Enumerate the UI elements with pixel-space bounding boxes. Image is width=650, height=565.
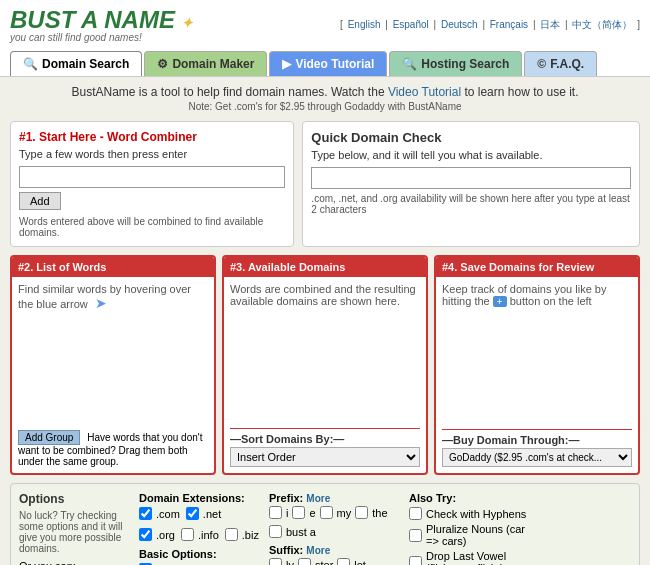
prefix-i-cb[interactable] bbox=[269, 506, 282, 519]
extensions-col: Domain Extensions: .com .net .org .info … bbox=[139, 492, 259, 565]
intro-text2: to learn how to use it. bbox=[464, 85, 578, 99]
suffix-checks: ly ster let bbox=[269, 558, 399, 565]
tab-domain-maker[interactable]: ⚙ Domain Maker bbox=[144, 51, 267, 76]
suffix-let[interactable]: let bbox=[337, 558, 366, 565]
list-of-words-body: Find similar words by hovering over the … bbox=[18, 283, 208, 311]
hyphens-cb[interactable] bbox=[409, 507, 422, 520]
ext-info[interactable]: .info bbox=[181, 528, 219, 541]
tab-hosting-search[interactable]: 🔍 Hosting Search bbox=[389, 51, 522, 76]
suffix-ster-cb[interactable] bbox=[298, 558, 311, 565]
available-domains-footer: —Sort Domains By:— Insert Order bbox=[230, 424, 420, 467]
intro-section: BustAName is a tool to help find domain … bbox=[10, 85, 640, 113]
word-combiner-panel: #1. Start Here - Word Combiner Type a fe… bbox=[10, 121, 294, 247]
word-combiner-subtitle: Type a few words then press enter bbox=[19, 148, 285, 160]
main-columns: #2. List of Words Find similar words by … bbox=[10, 255, 640, 475]
extensions-row: .com .net .org .info .biz bbox=[139, 507, 259, 543]
tab-domain-maker-label: Domain Maker bbox=[172, 57, 254, 71]
word-combiner-input[interactable] bbox=[19, 166, 285, 188]
ext-biz-checkbox[interactable] bbox=[225, 528, 238, 541]
suffix-title: Suffix: More bbox=[269, 544, 399, 556]
video-tutorial-link[interactable]: Video Tutorial bbox=[388, 85, 461, 99]
buy-label: —Buy Domain Through:— bbox=[442, 429, 632, 446]
options-title: Options bbox=[19, 492, 129, 506]
lang-japanese[interactable]: 日本 bbox=[540, 19, 560, 30]
tab-video-tutorial[interactable]: ▶ Video Tutorial bbox=[269, 51, 387, 76]
prefix-busta[interactable]: bust a bbox=[269, 525, 316, 538]
main-content: BustAName is a tool to help find domain … bbox=[0, 77, 650, 565]
list-of-words-footer: Add Group Have words that you don't want… bbox=[18, 430, 208, 467]
prefix-more-link[interactable]: More bbox=[306, 493, 330, 504]
logo: BUST A NAME ✦ bbox=[10, 6, 193, 34]
also-pluralize[interactable]: Pluralize Nouns (car => cars) bbox=[409, 523, 539, 547]
tab-domain-search[interactable]: 🔍 Domain Search bbox=[10, 51, 142, 76]
add-group-button[interactable]: Add Group bbox=[18, 430, 80, 445]
ext-info-checkbox[interactable] bbox=[181, 528, 194, 541]
prefix-suffix-col: Prefix: More i e my the bust a Suffix: M… bbox=[269, 492, 399, 565]
save-icon: + bbox=[493, 296, 507, 307]
language-bar: [ English | Español | Deutsch | Français… bbox=[340, 18, 640, 32]
word-combiner-description: Words entered above will be combined to … bbox=[19, 216, 285, 238]
drop-vowel-cb[interactable] bbox=[409, 556, 422, 566]
suffix-ly-cb[interactable] bbox=[269, 558, 282, 565]
lang-deutsch[interactable]: Deutsch bbox=[441, 19, 478, 30]
gear-icon: ⚙ bbox=[157, 57, 168, 71]
prefix-busta-cb[interactable] bbox=[269, 525, 282, 538]
suffix-ly[interactable]: ly bbox=[269, 558, 294, 565]
also-try-title: Also Try: bbox=[409, 492, 539, 504]
prefix-i[interactable]: i bbox=[269, 506, 288, 519]
prefix-my-cb[interactable] bbox=[320, 506, 333, 519]
quick-check-input[interactable] bbox=[311, 167, 631, 189]
ext-net[interactable]: .net bbox=[186, 507, 221, 520]
pluralize-cb[interactable] bbox=[409, 529, 422, 542]
prefix-the-cb[interactable] bbox=[355, 506, 368, 519]
lang-english[interactable]: English bbox=[348, 19, 381, 30]
suffix-more-link[interactable]: More bbox=[306, 545, 330, 556]
ext-net-checkbox[interactable] bbox=[186, 507, 199, 520]
tab-faq-label: F.A.Q. bbox=[550, 57, 584, 71]
available-domains-body: Words are combined and the resulting ava… bbox=[230, 283, 420, 307]
top-section: #1. Start Here - Word Combiner Type a fe… bbox=[10, 121, 640, 247]
suffix-let-cb[interactable] bbox=[337, 558, 350, 565]
lang-francais[interactable]: Français bbox=[490, 19, 528, 30]
search-icon: 🔍 bbox=[23, 57, 38, 71]
list-of-words-column: #2. List of Words Find similar words by … bbox=[10, 255, 216, 475]
options-col: Options No luck? Try checking some optio… bbox=[19, 492, 129, 565]
prefix-e-cb[interactable] bbox=[292, 506, 305, 519]
or-you-can: Or you can: bbox=[19, 560, 129, 565]
quick-check-title: Quick Domain Check bbox=[311, 130, 631, 145]
word-combiner-add-button[interactable]: Add bbox=[19, 192, 61, 210]
ext-com-checkbox[interactable] bbox=[139, 507, 152, 520]
save-domains-title: #4. Save Domains for Review bbox=[436, 257, 638, 277]
save-domains-body: Keep track of domains you like by hittin… bbox=[442, 283, 632, 307]
save-domains-footer: —Buy Domain Through:— GoDaddy ($2.95 .co… bbox=[442, 425, 632, 467]
quick-check-description: .com, .net, and .org availability will b… bbox=[311, 193, 631, 215]
tab-video-tutorial-label: Video Tutorial bbox=[295, 57, 374, 71]
faq-icon: © bbox=[537, 57, 546, 71]
options-subtitle: No luck? Try checking some options and i… bbox=[19, 510, 129, 554]
ext-org-checkbox[interactable] bbox=[139, 528, 152, 541]
also-drop-vowel[interactable]: Drop Last Vowel (flicker => flickr) bbox=[409, 550, 539, 565]
word-combiner-title: #1. Start Here - Word Combiner bbox=[19, 130, 285, 144]
tab-domain-search-label: Domain Search bbox=[42, 57, 129, 71]
sort-select[interactable]: Insert Order bbox=[230, 447, 420, 467]
lang-espanol[interactable]: Español bbox=[393, 19, 429, 30]
intro-text: BustAName is a tool to help find domain … bbox=[72, 85, 385, 99]
buy-select[interactable]: GoDaddy ($2.95 .com's at check... bbox=[442, 448, 632, 467]
list-of-words-title: #2. List of Words bbox=[12, 257, 214, 277]
suffix-ster[interactable]: ster bbox=[298, 558, 333, 565]
prefix-checks: i e my the bust a bbox=[269, 506, 399, 540]
ext-com[interactable]: .com bbox=[139, 507, 180, 520]
also-hyphens[interactable]: Check with Hyphens bbox=[409, 507, 539, 520]
ext-org[interactable]: .org bbox=[139, 528, 175, 541]
extensions-title: Domain Extensions: bbox=[139, 492, 259, 504]
ext-biz[interactable]: .biz bbox=[225, 528, 259, 541]
available-domains-title: #3. Available Domains bbox=[224, 257, 426, 277]
prefix-e[interactable]: e bbox=[292, 506, 315, 519]
play-icon: ▶ bbox=[282, 57, 291, 71]
prefix-the[interactable]: the bbox=[355, 506, 387, 519]
tab-faq[interactable]: © F.A.Q. bbox=[524, 51, 597, 76]
also-try-col: Also Try: Check with Hyphens Pluralize N… bbox=[409, 492, 539, 565]
tab-hosting-search-label: Hosting Search bbox=[421, 57, 509, 71]
lang-chinese[interactable]: 中文（简体） bbox=[572, 19, 632, 30]
prefix-my[interactable]: my bbox=[320, 506, 352, 519]
